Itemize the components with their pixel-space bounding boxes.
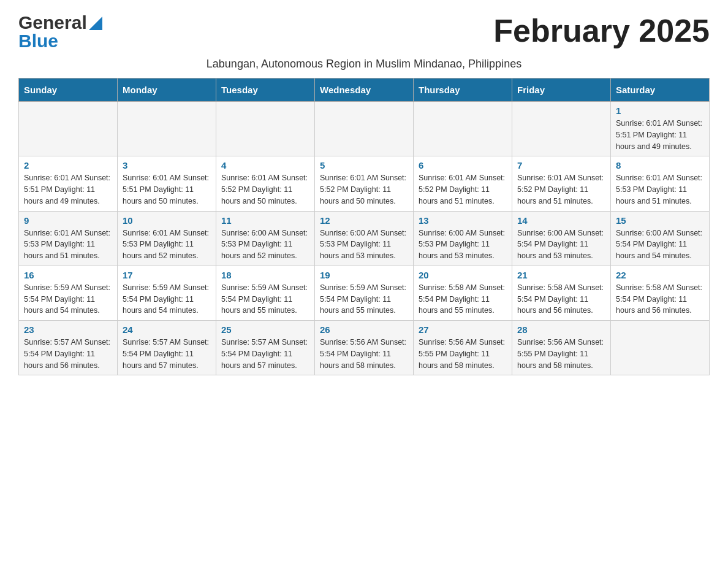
calendar-cell: 21Sunrise: 5:58 AM Sunset: 5:54 PM Dayli… [512,266,611,320]
day-number: 12 [320,215,408,226]
day-info: Sunrise: 6:01 AM Sunset: 5:51 PM Dayligh… [616,118,704,152]
day-info: Sunrise: 6:00 AM Sunset: 5:54 PM Dayligh… [616,228,704,262]
day-number: 9 [24,215,112,226]
day-number: 15 [616,215,704,226]
day-number: 10 [123,215,211,226]
day-info: Sunrise: 5:57 AM Sunset: 5:54 PM Dayligh… [123,337,211,371]
weekday-header-sunday: Sunday [19,79,118,102]
day-number: 7 [517,160,605,170]
day-number: 1 [616,105,704,116]
day-info: Sunrise: 6:01 AM Sunset: 5:53 PM Dayligh… [24,228,112,262]
calendar-cell [512,102,611,156]
calendar-cell: 8Sunrise: 6:01 AM Sunset: 5:53 PM Daylig… [611,156,710,211]
weekday-header-saturday: Saturday [611,79,710,102]
day-info: Sunrise: 5:59 AM Sunset: 5:54 PM Dayligh… [221,282,309,316]
day-info: Sunrise: 5:58 AM Sunset: 5:54 PM Dayligh… [616,282,704,316]
calendar-cell: 15Sunrise: 6:00 AM Sunset: 5:54 PM Dayli… [611,211,710,266]
weekday-header-wednesday: Wednesday [315,79,414,102]
calendar-cell: 10Sunrise: 6:01 AM Sunset: 5:53 PM Dayli… [118,211,216,266]
calendar-cell: 12Sunrise: 6:00 AM Sunset: 5:53 PM Dayli… [315,211,414,266]
calendar-cell: 1Sunrise: 6:01 AM Sunset: 5:51 PM Daylig… [611,102,710,156]
calendar-week-row: 1Sunrise: 6:01 AM Sunset: 5:51 PM Daylig… [19,102,710,156]
calendar-cell [414,102,512,156]
svg-marker-0 [89,17,102,30]
day-info: Sunrise: 5:56 AM Sunset: 5:55 PM Dayligh… [517,337,605,371]
day-number: 16 [24,270,112,280]
day-info: Sunrise: 5:59 AM Sunset: 5:54 PM Dayligh… [24,282,112,316]
calendar-cell: 26Sunrise: 5:56 AM Sunset: 5:54 PM Dayli… [315,321,414,375]
calendar-cell [216,102,315,156]
day-info: Sunrise: 6:00 AM Sunset: 5:53 PM Dayligh… [320,228,408,262]
calendar-cell: 3Sunrise: 6:01 AM Sunset: 5:51 PM Daylig… [118,156,216,211]
day-number: 19 [320,270,408,280]
calendar-cell: 7Sunrise: 6:01 AM Sunset: 5:52 PM Daylig… [512,156,611,211]
month-title: February 2025 [493,12,710,49]
day-info: Sunrise: 5:56 AM Sunset: 5:55 PM Dayligh… [419,337,507,371]
calendar-cell: 5Sunrise: 6:01 AM Sunset: 5:52 PM Daylig… [315,156,414,211]
subtitle: Labungan, Autonomous Region in Muslim Mi… [18,58,710,71]
calendar-cell: 11Sunrise: 6:00 AM Sunset: 5:53 PM Dayli… [216,211,315,266]
calendar-cell [118,102,216,156]
calendar-week-row: 9Sunrise: 6:01 AM Sunset: 5:53 PM Daylig… [19,211,710,266]
calendar-week-row: 16Sunrise: 5:59 AM Sunset: 5:54 PM Dayli… [19,266,710,320]
calendar-cell: 28Sunrise: 5:56 AM Sunset: 5:55 PM Dayli… [512,321,611,375]
day-number: 6 [419,160,507,170]
weekday-header-monday: Monday [118,79,216,102]
logo-blue-text: Blue [18,31,58,52]
calendar-cell: 4Sunrise: 6:01 AM Sunset: 5:52 PM Daylig… [216,156,315,211]
weekday-header-row: SundayMondayTuesdayWednesdayThursdayFrid… [19,79,710,102]
day-number: 17 [123,270,211,280]
day-info: Sunrise: 5:57 AM Sunset: 5:54 PM Dayligh… [24,337,112,371]
calendar-week-row: 2Sunrise: 6:01 AM Sunset: 5:51 PM Daylig… [19,156,710,211]
day-number: 27 [419,324,507,335]
day-info: Sunrise: 6:01 AM Sunset: 5:51 PM Dayligh… [24,172,112,207]
calendar-table: SundayMondayTuesdayWednesdayThursdayFrid… [18,78,710,375]
day-info: Sunrise: 5:58 AM Sunset: 5:54 PM Dayligh… [419,282,507,316]
calendar-cell: 20Sunrise: 5:58 AM Sunset: 5:54 PM Dayli… [414,266,512,320]
day-info: Sunrise: 6:00 AM Sunset: 5:53 PM Dayligh… [221,228,309,262]
day-number: 14 [517,215,605,226]
day-number: 3 [123,160,211,170]
day-number: 13 [419,215,507,226]
calendar-cell: 16Sunrise: 5:59 AM Sunset: 5:54 PM Dayli… [19,266,118,320]
day-info: Sunrise: 6:01 AM Sunset: 5:52 PM Dayligh… [221,172,309,207]
calendar-cell: 22Sunrise: 5:58 AM Sunset: 5:54 PM Dayli… [611,266,710,320]
day-number: 5 [320,160,408,170]
calendar-header: SundayMondayTuesdayWednesdayThursdayFrid… [19,79,710,102]
logo: General Blue [18,12,102,52]
calendar-body: 1Sunrise: 6:01 AM Sunset: 5:51 PM Daylig… [19,102,710,375]
weekday-header-friday: Friday [512,79,611,102]
logo-general-text: General [18,12,87,33]
calendar-cell: 2Sunrise: 6:01 AM Sunset: 5:51 PM Daylig… [19,156,118,211]
page-header: General Blue February 2025 [18,12,710,52]
logo-triangle-icon [89,17,102,30]
calendar-cell: 19Sunrise: 5:59 AM Sunset: 5:54 PM Dayli… [315,266,414,320]
day-info: Sunrise: 5:59 AM Sunset: 5:54 PM Dayligh… [123,282,211,316]
day-info: Sunrise: 5:59 AM Sunset: 5:54 PM Dayligh… [320,282,408,316]
calendar-week-row: 23Sunrise: 5:57 AM Sunset: 5:54 PM Dayli… [19,321,710,375]
day-number: 11 [221,215,309,226]
day-number: 21 [517,270,605,280]
calendar-cell: 24Sunrise: 5:57 AM Sunset: 5:54 PM Dayli… [118,321,216,375]
day-number: 22 [616,270,704,280]
day-info: Sunrise: 6:00 AM Sunset: 5:54 PM Dayligh… [517,228,605,262]
day-info: Sunrise: 6:00 AM Sunset: 5:53 PM Dayligh… [419,228,507,262]
day-info: Sunrise: 6:01 AM Sunset: 5:52 PM Dayligh… [419,172,507,207]
calendar-cell: 9Sunrise: 6:01 AM Sunset: 5:53 PM Daylig… [19,211,118,266]
day-info: Sunrise: 6:01 AM Sunset: 5:52 PM Dayligh… [517,172,605,207]
calendar-cell: 18Sunrise: 5:59 AM Sunset: 5:54 PM Dayli… [216,266,315,320]
day-number: 23 [24,324,112,335]
calendar-cell: 27Sunrise: 5:56 AM Sunset: 5:55 PM Dayli… [414,321,512,375]
day-info: Sunrise: 6:01 AM Sunset: 5:52 PM Dayligh… [320,172,408,207]
weekday-header-thursday: Thursday [414,79,512,102]
calendar-cell: 25Sunrise: 5:57 AM Sunset: 5:54 PM Dayli… [216,321,315,375]
calendar-cell [611,321,710,375]
calendar-cell [19,102,118,156]
day-number: 26 [320,324,408,335]
calendar-cell: 17Sunrise: 5:59 AM Sunset: 5:54 PM Dayli… [118,266,216,320]
calendar-cell [315,102,414,156]
day-info: Sunrise: 6:01 AM Sunset: 5:51 PM Dayligh… [123,172,211,207]
day-number: 18 [221,270,309,280]
day-number: 4 [221,160,309,170]
calendar-cell: 6Sunrise: 6:01 AM Sunset: 5:52 PM Daylig… [414,156,512,211]
